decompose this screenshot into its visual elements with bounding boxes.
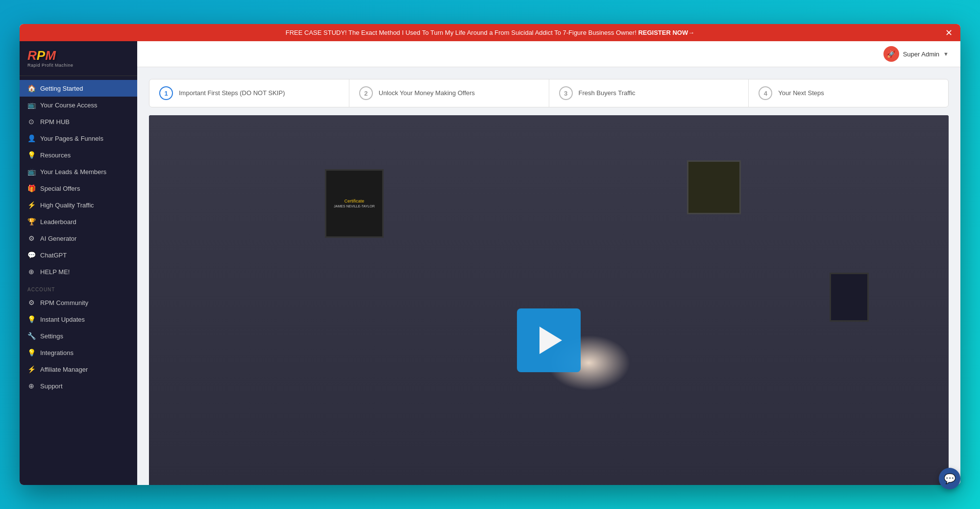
nav-label: RPM Community bbox=[40, 299, 88, 306]
sidebar-item-support[interactable]: ⊕ Support bbox=[20, 378, 137, 394]
chevron-down-icon: ▼ bbox=[943, 51, 949, 57]
content-body: 1 Important First Steps (DO NOT SKIP) 2 … bbox=[137, 67, 960, 485]
account-section-label: ACCOUNT bbox=[20, 280, 137, 294]
chat-icon: 💬 bbox=[27, 251, 35, 259]
nav-label: Instant Updates bbox=[40, 316, 85, 323]
sidebar-item-resources[interactable]: 💡 Resources bbox=[20, 147, 137, 163]
updates-icon: 💡 bbox=[27, 315, 35, 323]
steps-bar: 1 Important First Steps (DO NOT SKIP) 2 … bbox=[149, 79, 949, 107]
step-2-number: 2 bbox=[359, 86, 373, 100]
close-banner-button[interactable]: ✕ bbox=[945, 28, 953, 37]
trophy-icon: 🏆 bbox=[27, 218, 35, 226]
sidebar-item-rpm-community[interactable]: ⚙ RPM Community bbox=[20, 294, 137, 311]
nav-label: Resources bbox=[40, 152, 71, 159]
nav-label: HELP ME! bbox=[40, 268, 70, 276]
sidebar-item-leads-members[interactable]: 📺 Your Leads & Members bbox=[20, 163, 137, 180]
step-1-number: 1 bbox=[159, 86, 173, 100]
video-scene: CertificateJAMES NEVILLE-TAYLOR bbox=[149, 115, 949, 485]
sidebar-item-affiliate-manager[interactable]: ⚡ Affiliate Manager bbox=[20, 361, 137, 378]
gift-icon: 🎁 bbox=[27, 184, 35, 192]
logo-area: RPM Rapid Profit Machine bbox=[20, 41, 137, 76]
nav-label: Getting Started bbox=[40, 85, 83, 92]
banner-text: FREE CASE STUDY! The Exact Method I Used… bbox=[286, 29, 694, 36]
content-header: 🚀 Super Admin ▼ bbox=[137, 41, 960, 67]
nav-label: RPM HUB bbox=[40, 118, 70, 126]
nav-label: Your Leads & Members bbox=[40, 168, 106, 176]
step-3-number: 3 bbox=[559, 86, 573, 100]
resources-icon: 💡 bbox=[27, 151, 35, 159]
video-frame: CertificateJAMES NEVILLE-TAYLOR bbox=[149, 115, 949, 485]
settings-icon: 🔧 bbox=[27, 332, 35, 340]
banner-cta[interactable]: REGISTER NOW→ bbox=[638, 29, 694, 36]
community-icon: ⚙ bbox=[27, 299, 35, 306]
affiliate-icon: ⚡ bbox=[27, 365, 35, 373]
step-4-number: 4 bbox=[759, 86, 772, 100]
hub-icon: ⊙ bbox=[27, 118, 35, 126]
sidebar-item-high-quality-traffic[interactable]: ⚡ High Quality Traffic bbox=[20, 197, 137, 213]
step-2[interactable]: 2 Unlock Your Money Making Offers bbox=[349, 79, 549, 107]
step-1-label: Important First Steps (DO NOT SKIP) bbox=[179, 89, 285, 98]
step-4-label: Your Next Steps bbox=[778, 89, 824, 98]
step-3-label: Fresh Buyers Traffic bbox=[579, 89, 636, 98]
sidebar-item-leaderboard[interactable]: 🏆 Leaderboard bbox=[20, 213, 137, 230]
avatar: 🚀 bbox=[883, 46, 899, 62]
wall-frame-small bbox=[830, 273, 869, 322]
sidebar-item-help[interactable]: ⊕ HELP ME! bbox=[20, 263, 137, 280]
nav-label: Integrations bbox=[40, 349, 74, 356]
integrations-icon: 💡 bbox=[27, 349, 35, 356]
home-icon: 🏠 bbox=[27, 84, 35, 92]
sidebar-item-pages-funnels[interactable]: 👤 Your Pages & Funnels bbox=[20, 130, 137, 147]
leads-icon: 📺 bbox=[27, 168, 35, 176]
wall-frame-certificate: CertificateJAMES NEVILLE-TAYLOR bbox=[325, 169, 384, 238]
step-4[interactable]: 4 Your Next Steps bbox=[749, 79, 948, 107]
nav-label: ChatGPT bbox=[40, 252, 67, 259]
sidebar-nav: 🏠 Getting Started 📺 Your Course Access ⊙… bbox=[20, 76, 137, 485]
step-2-label: Unlock Your Money Making Offers bbox=[379, 89, 475, 98]
nav-label: Affiliate Manager bbox=[40, 366, 88, 373]
sidebar-item-rpm-hub[interactable]: ⊙ RPM HUB bbox=[20, 113, 137, 130]
tv-icon: 📺 bbox=[27, 101, 35, 109]
nav-label: High Quality Traffic bbox=[40, 202, 94, 209]
step-3[interactable]: 3 Fresh Buyers Traffic bbox=[549, 79, 749, 107]
nav-label: Your Pages & Funnels bbox=[40, 135, 103, 142]
sidebar-item-chatgpt[interactable]: 💬 ChatGPT bbox=[20, 247, 137, 263]
nav-label: Leaderboard bbox=[40, 218, 76, 226]
sidebar-item-instant-updates[interactable]: 💡 Instant Updates bbox=[20, 311, 137, 328]
sidebar: RPM Rapid Profit Machine 🏠 Getting Start… bbox=[20, 41, 137, 485]
logo-rpm: RPM bbox=[27, 49, 56, 62]
sidebar-item-special-offers[interactable]: 🎁 Special Offers bbox=[20, 180, 137, 197]
nav-label: Settings bbox=[40, 332, 63, 340]
nav-label: Your Course Access bbox=[40, 102, 98, 109]
banner-message: FREE CASE STUDY! The Exact Method I Used… bbox=[286, 29, 638, 36]
user-menu[interactable]: 🚀 Super Admin ▼ bbox=[883, 46, 949, 62]
help-icon: ⊕ bbox=[27, 268, 35, 276]
logo-subtitle: Rapid Profit Machine bbox=[27, 63, 74, 68]
chat-bubble-button[interactable]: 💬 bbox=[939, 468, 960, 489]
sidebar-item-ai-generator[interactable]: ⚙ AI Generator bbox=[20, 230, 137, 247]
play-button-overlay[interactable] bbox=[517, 308, 581, 372]
sidebar-item-settings[interactable]: 🔧 Settings bbox=[20, 328, 137, 344]
nav-label: Special Offers bbox=[40, 185, 80, 192]
funnel-icon: 👤 bbox=[27, 134, 35, 142]
user-name: Super Admin bbox=[903, 51, 939, 58]
ai-icon: ⚙ bbox=[27, 234, 35, 242]
top-banner: FREE CASE STUDY! The Exact Method I Used… bbox=[20, 24, 960, 41]
nav-label: Support bbox=[40, 382, 63, 390]
sidebar-item-integrations[interactable]: 💡 Integrations bbox=[20, 344, 137, 361]
wall-frame-gold-record bbox=[687, 160, 741, 214]
step-1[interactable]: 1 Important First Steps (DO NOT SKIP) bbox=[149, 79, 349, 107]
video-background: CertificateJAMES NEVILLE-TAYLOR bbox=[149, 115, 949, 485]
content-area: 🚀 Super Admin ▼ 1 Important First Steps … bbox=[137, 41, 960, 485]
play-triangle-icon bbox=[539, 327, 562, 354]
support-icon: ⊕ bbox=[27, 382, 35, 390]
sidebar-item-getting-started[interactable]: 🏠 Getting Started bbox=[20, 80, 137, 97]
traffic-icon: ⚡ bbox=[27, 201, 35, 209]
sidebar-item-course-access[interactable]: 📺 Your Course Access bbox=[20, 97, 137, 113]
video-player[interactable]: CertificateJAMES NEVILLE-TAYLOR bbox=[149, 115, 949, 485]
nav-label: AI Generator bbox=[40, 235, 76, 242]
